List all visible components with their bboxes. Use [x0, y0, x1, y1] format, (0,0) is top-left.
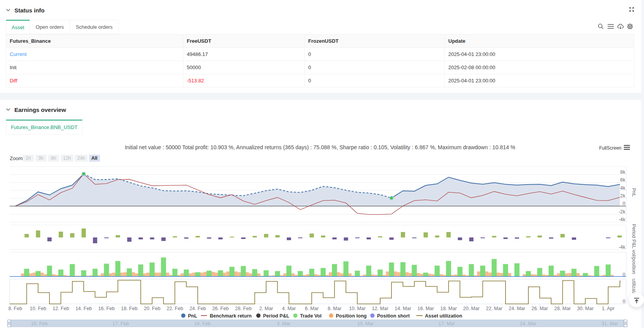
- svg-text:0: 0: [623, 299, 625, 304]
- svg-text:6. Mar: 6. Mar: [305, 306, 318, 311]
- svg-text:24. Feb: 24. Feb: [190, 306, 206, 311]
- svg-text:0: 0: [623, 201, 625, 206]
- svg-text:6k: 6k: [620, 177, 626, 183]
- svg-text:10. Feb: 10. Feb: [31, 321, 47, 326]
- svg-text:30. Mar: 30. Mar: [577, 306, 593, 311]
- svg-text:0: 0: [623, 272, 625, 277]
- svg-text:-4k: -4k: [619, 217, 626, 222]
- svg-text:-4k: -4k: [619, 244, 626, 250]
- svg-text:10. Mar: 10. Mar: [357, 321, 374, 326]
- svg-text:16. Feb: 16. Feb: [98, 306, 114, 311]
- svg-text:26. Feb: 26. Feb: [212, 306, 228, 311]
- svg-text:4k: 4k: [620, 185, 626, 191]
- svg-text:8k: 8k: [620, 169, 626, 175]
- svg-text:24. Mar: 24. Mar: [520, 321, 536, 326]
- svg-text:31. Mar: 31. Mar: [602, 321, 618, 326]
- svg-text:22. Mar: 22. Mar: [486, 306, 502, 311]
- svg-text:Benchmark return: Benchmark return: [210, 313, 252, 319]
- svg-text:14. Feb: 14. Feb: [75, 306, 92, 311]
- svg-text:Position long: Position long: [336, 313, 367, 319]
- svg-text:18. Mar: 18. Mar: [440, 306, 457, 311]
- svg-text:20. Feb: 20. Feb: [144, 306, 160, 311]
- svg-text:12. Mar: 12. Mar: [372, 306, 388, 311]
- svg-text:8. Feb: 8. Feb: [8, 306, 22, 311]
- svg-text:17. Mar: 17. Mar: [439, 321, 455, 326]
- svg-text:28. Mar: 28. Mar: [555, 306, 571, 311]
- svg-text:PnL: PnL: [188, 313, 197, 319]
- svg-text:28. Feb: 28. Feb: [235, 306, 251, 311]
- svg-text:17. Feb: 17. Feb: [112, 321, 129, 326]
- svg-text:4. Mar: 4. Mar: [282, 306, 296, 311]
- svg-text:-2k: -2k: [619, 209, 626, 215]
- svg-text:Period P&L: Period P&L: [263, 313, 290, 319]
- svg-text:vol/position: vol/position: [631, 250, 637, 274]
- svg-text:24. Feb: 24. Feb: [194, 321, 211, 326]
- svg-text:PnL: PnL: [631, 188, 637, 197]
- svg-text:8. Mar: 8. Mar: [328, 306, 341, 311]
- svg-text:26. Mar: 26. Mar: [532, 306, 548, 311]
- svg-text:14. Mar: 14. Mar: [395, 306, 411, 311]
- svg-text:10. Feb: 10. Feb: [30, 306, 46, 311]
- svg-text:18. Feb: 18. Feb: [121, 306, 137, 311]
- svg-text:12. Feb: 12. Feb: [53, 306, 69, 311]
- svg-text:1. Apr: 1. Apr: [602, 306, 615, 311]
- svg-text:20. Mar: 20. Mar: [463, 306, 479, 311]
- svg-text:Position short: Position short: [377, 313, 410, 319]
- svg-text:Trade Vol: Trade Vol: [300, 313, 321, 319]
- svg-text:2. Mar: 2. Mar: [259, 306, 273, 311]
- svg-text:24. Mar: 24. Mar: [509, 306, 525, 311]
- svg-text:10. Mar: 10. Mar: [349, 306, 365, 311]
- svg-text:Period P&L: Period P&L: [631, 224, 637, 248]
- svg-text:16. Mar: 16. Mar: [418, 306, 434, 311]
- svg-text:3. Mar: 3. Mar: [277, 321, 290, 326]
- svg-text:2k: 2k: [620, 193, 626, 199]
- svg-text:Asset utilization: Asset utilization: [425, 313, 462, 319]
- svg-text:22. Feb: 22. Feb: [167, 306, 183, 311]
